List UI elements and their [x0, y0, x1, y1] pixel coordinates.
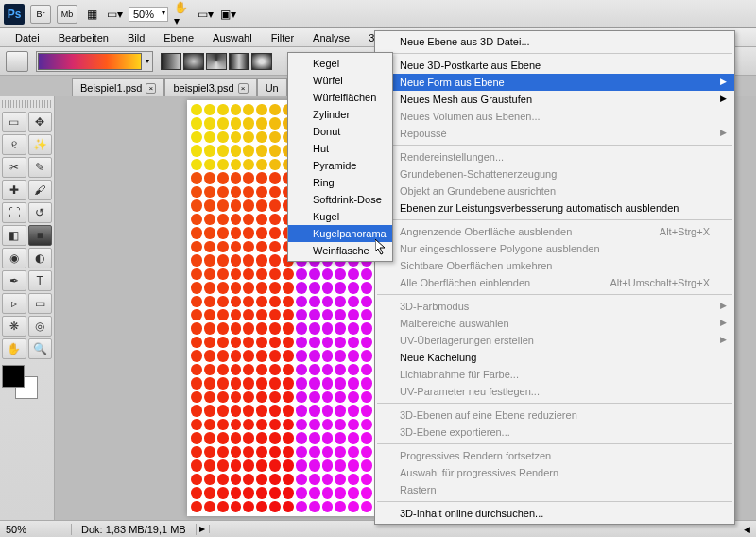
menu-bild[interactable]: Bild	[118, 30, 154, 45]
3d-camera-tool[interactable]: ◎	[28, 316, 53, 337]
menu-bearbeiten[interactable]: Bearbeiten	[49, 30, 118, 45]
canvas-dot	[231, 405, 242, 416]
hand-tool[interactable]: ✋	[2, 338, 26, 359]
color-swatches[interactable]	[2, 365, 40, 401]
menu-item[interactable]: 3D-Inhalt online durchsuchen...	[375, 505, 734, 522]
tool-panel: ▭✥ ୧✨ ✂✎ ✚🖌 ⛶↺ ◧■ ◉◐ ✒T ▹▭ ❋◎ ✋🔍	[0, 96, 55, 520]
menu-auswahl[interactable]: Auswahl	[203, 30, 262, 45]
submenu-item[interactable]: Würfel	[288, 72, 392, 89]
canvas-dot	[256, 117, 267, 129]
canvas-dot	[348, 282, 359, 293]
menu-analyse[interactable]: Analyse	[303, 30, 359, 45]
close-icon[interactable]: ×	[238, 83, 249, 94]
document-tab[interactable]: beispiel3.psd×	[164, 78, 256, 96]
menu-item[interactable]: Neues Mesh aus Graustufen▶	[375, 91, 734, 108]
eraser-tool[interactable]: ◧	[2, 225, 26, 246]
submenu-item[interactable]: Pyramide	[288, 157, 392, 174]
canvas-dot	[283, 487, 294, 498]
chevron-down-icon[interactable]: ▾	[144, 57, 151, 65]
menu-item[interactable]: Neue Kachelung	[375, 349, 734, 366]
menu-item[interactable]: Ebenen zur Leistungsverbesserung automat…	[375, 199, 734, 217]
submenu-item[interactable]: Donut	[288, 123, 392, 140]
submenu-item[interactable]: Kugel	[288, 208, 392, 225]
gradient-angle[interactable]	[206, 53, 227, 70]
status-zoom[interactable]: 50%	[0, 524, 72, 535]
canvas-dot	[269, 282, 281, 293]
document-tab[interactable]: Beispiel1.psd×	[72, 78, 164, 96]
gradient-radial[interactable]	[183, 53, 204, 70]
dodge-tool[interactable]: ◐	[28, 248, 53, 268]
menu-item[interactable]: Neue Form aus Ebene▶	[375, 74, 734, 91]
submenu-item[interactable]: Ring	[288, 174, 392, 191]
scroll-left-icon[interactable]: ◀	[738, 525, 756, 534]
canvas-dot	[191, 241, 202, 252]
canvas-dot	[191, 199, 202, 211]
blur-tool[interactable]: ◉	[2, 248, 26, 268]
history-brush-tool[interactable]: ↺	[28, 202, 53, 223]
shape-tool[interactable]: ▭	[28, 293, 53, 314]
path-select-tool[interactable]: ▹	[2, 293, 26, 314]
submenu-item[interactable]: Würfelflächen	[288, 89, 392, 106]
layout-icon[interactable]: ▦	[83, 6, 100, 23]
gradient-diamond[interactable]	[251, 53, 272, 70]
canvas-dot	[296, 296, 307, 307]
view-icon[interactable]: ▭▾	[197, 6, 214, 23]
close-icon[interactable]: ×	[146, 83, 156, 94]
panel-handle[interactable]	[2, 100, 52, 108]
submenu-item[interactable]: Kugelpanorama	[288, 225, 392, 242]
tab-label: beispiel3.psd	[173, 82, 233, 94]
gradient-linear[interactable]	[161, 53, 181, 70]
submenu-item[interactable]: Zylinder	[288, 106, 392, 123]
canvas-dot	[217, 419, 229, 430]
menu-filter[interactable]: Filter	[262, 30, 303, 45]
canvas-dot	[231, 227, 242, 238]
canvas-dot	[322, 419, 334, 430]
gradient-reflected[interactable]	[229, 53, 249, 70]
status-arrow-icon[interactable]: ▶	[197, 525, 210, 533]
submenu-item[interactable]: Hut	[288, 140, 392, 157]
canvas-dot	[361, 282, 372, 293]
arrange-icon[interactable]: ▭▾	[106, 6, 123, 23]
stamp-tool[interactable]: ⛶	[2, 202, 26, 223]
marquee-rect-tool[interactable]: ▭	[2, 112, 26, 132]
heal-tool[interactable]: ✚	[2, 180, 26, 200]
canvas-dot	[335, 487, 346, 498]
canvas-dot	[296, 474, 307, 485]
canvas-dot	[191, 268, 202, 280]
document-tab[interactable]: Un	[257, 78, 287, 96]
type-tool[interactable]: T	[28, 270, 53, 291]
submenu-item[interactable]: Softdrink-Dose	[288, 191, 392, 208]
minibridge-button[interactable]: Mb	[57, 5, 77, 24]
submenu-item[interactable]: Kegel	[288, 55, 392, 72]
zoom-tool[interactable]: 🔍	[28, 338, 53, 359]
brush-tool[interactable]: 🖌	[28, 180, 53, 200]
3d-tool[interactable]: ❋	[2, 316, 26, 337]
menu-separator	[377, 53, 732, 54]
canvas-dot	[231, 282, 242, 293]
menu-item[interactable]: Neue Ebene aus 3D-Datei...	[375, 33, 734, 50]
menu-item: Neues Volumen aus Ebenen...	[375, 108, 734, 125]
zoom-select[interactable]: 50%▾	[129, 7, 168, 22]
lasso-tool[interactable]: ୧	[2, 134, 26, 155]
screen-mode-icon[interactable]: ▣▾	[219, 6, 236, 23]
crop-tool[interactable]: ✂	[2, 157, 26, 178]
submenu-item[interactable]: Weinflasche	[288, 242, 392, 259]
bridge-button[interactable]: Br	[30, 5, 51, 24]
canvas-dot	[231, 322, 242, 334]
menu-item[interactable]: Neue 3D-Postkarte aus Ebene	[375, 57, 734, 74]
gradient-preview[interactable]	[38, 53, 142, 70]
menu-ebene[interactable]: Ebene	[154, 30, 203, 45]
gradient-tool[interactable]: ■	[28, 225, 53, 246]
canvas-dot	[231, 131, 242, 143]
canvas-dot	[309, 377, 320, 389]
menu-datei[interactable]: Datei	[6, 30, 49, 45]
eyedropper-tool[interactable]: ✎	[28, 157, 53, 178]
canvas-dot	[204, 172, 215, 183]
hand-icon[interactable]: ✋▾	[174, 6, 191, 23]
canvas-dot	[243, 487, 254, 498]
tool-preset[interactable]	[6, 51, 28, 72]
wand-tool[interactable]: ✨	[28, 134, 53, 155]
move-tool[interactable]: ✥	[28, 112, 53, 132]
fg-swatch[interactable]	[2, 365, 25, 388]
pen-tool[interactable]: ✒	[2, 270, 26, 291]
